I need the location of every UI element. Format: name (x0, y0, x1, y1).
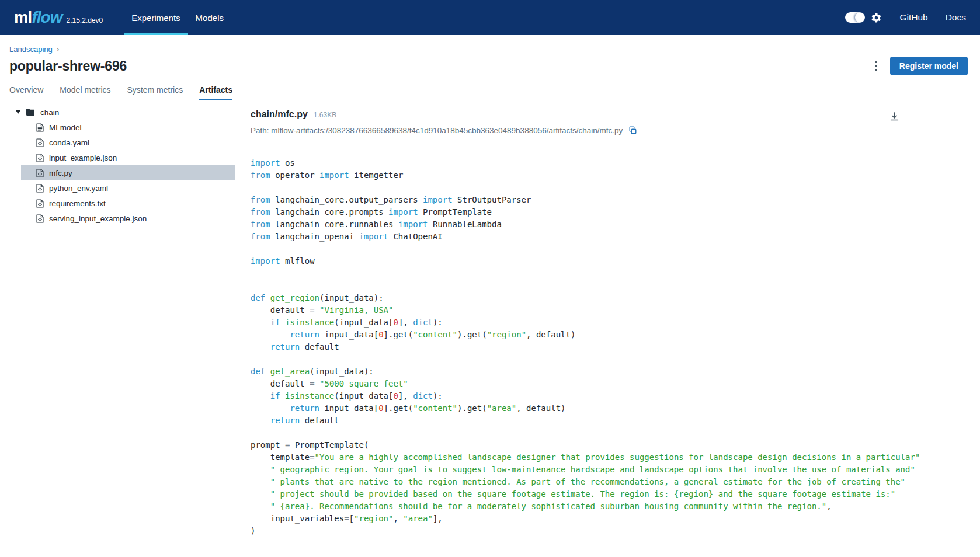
navbar-right: GitHubDocs (845, 0, 966, 35)
tab-model-metrics[interactable]: Model metrics (60, 85, 110, 100)
code-line (251, 280, 980, 292)
file-code-icon (36, 214, 44, 223)
code-line: " geographic region. Your goal is to sug… (251, 464, 980, 476)
code-line: " plants that are native to the region m… (251, 476, 980, 488)
tree-item-requirements-txt[interactable]: requirements.txt (21, 196, 235, 211)
theme-toggle[interactable] (845, 12, 865, 23)
run-header: Landscaping › popular-shrew-696 Register… (0, 35, 980, 75)
logo-flow-text: flow (32, 8, 62, 27)
code-line: import os (251, 157, 980, 169)
file-title: chain/mfc.py (251, 109, 308, 120)
path-row: Path: mlflow-artifacts:/3082387663665896… (235, 126, 980, 135)
code-line: import mlflow (251, 255, 980, 267)
viewer-header: chain/mfc.py 1.63KB (235, 103, 980, 120)
file-code-icon (36, 154, 44, 162)
navbar-links: GitHubDocs (882, 12, 966, 23)
tab-artifacts[interactable]: Artifacts (199, 85, 232, 100)
file-code-icon (36, 169, 44, 177)
version-label: 2.15.2.dev0 (67, 16, 103, 25)
code-line (251, 353, 980, 365)
tree-root-chain[interactable]: chain (0, 105, 235, 120)
tree-item-conda-yaml[interactable]: conda.yaml (21, 135, 235, 150)
nav-item-experiments[interactable]: Experiments (124, 0, 187, 35)
code-line (251, 243, 980, 255)
gear-icon[interactable] (871, 12, 882, 23)
tree-item-mlmodel[interactable]: MLmodel (21, 120, 235, 135)
tree-item-label: requirements.txt (49, 199, 106, 208)
code-line: from langchain_core.runnables import Run… (251, 218, 980, 231)
code-line: from langchain_core.output_parsers impor… (251, 194, 980, 206)
file-tree: chain MLmodelconda.yamlinput_example.jso… (0, 100, 235, 549)
folder-icon (26, 108, 35, 116)
code-line: return default (251, 415, 980, 427)
code-line: default = "5000 square feet" (251, 378, 980, 390)
tab-system-metrics[interactable]: System metrics (127, 85, 183, 100)
nav-item-models[interactable]: Models (188, 0, 231, 35)
chevron-right-icon: › (57, 44, 60, 54)
code-line: from langchain_core.prompts import Promp… (251, 206, 980, 218)
caret-down-icon (16, 110, 20, 114)
code-viewer: import osfrom operator import itemgetter… (235, 144, 980, 537)
code-line: ) (251, 525, 980, 537)
register-model-button[interactable]: Register model (890, 57, 968, 75)
file-code-icon (36, 184, 44, 193)
code-line: if isinstance(input_data[0], dict): (251, 316, 980, 329)
tree-item-label: MLmodel (49, 123, 82, 132)
code-line (251, 267, 980, 280)
nav-link-github[interactable]: GitHub (899, 12, 927, 23)
tree-item-label: mfc.py (49, 169, 72, 177)
code-line: return default (251, 341, 980, 353)
file-size: 1.63KB (314, 111, 336, 119)
tree-item-label: serving_input_example.json (49, 214, 147, 223)
code-line: default = "Virginia, USA" (251, 304, 980, 316)
code-line: return input_data[0].get("content").get(… (251, 329, 980, 341)
code-line: def get_region(input_data): (251, 292, 980, 304)
breadcrumb-experiment-link[interactable]: Landscaping (9, 45, 53, 54)
code-line: return input_data[0].get("content").get(… (251, 402, 980, 415)
nav-link-docs[interactable]: Docs (946, 12, 966, 23)
code-line: from langchain_openai import ChatOpenAI (251, 231, 980, 243)
tree-item-mfc-py[interactable]: mfc.py (21, 165, 235, 180)
code-line: prompt = PromptTemplate( (251, 439, 980, 451)
tree-item-label: python_env.yaml (49, 184, 108, 193)
tree-item-label: conda.yaml (49, 138, 89, 147)
file-text-icon (36, 123, 44, 132)
tree-item-serving-input-example-json[interactable]: serving_input_example.json (21, 211, 235, 226)
code-line: if isinstance(input_data[0], dict): (251, 390, 980, 402)
kebab-menu-button[interactable] (869, 57, 883, 75)
tabs: OverviewModel metricsSystem metricsArtif… (0, 85, 980, 100)
code-content: import osfrom operator import itemgetter… (251, 157, 980, 537)
navbar: mlflow 2.15.2.dev0 ExperimentsModels Git… (0, 0, 980, 35)
code-line: from operator import itemgetter (251, 169, 980, 182)
logo-ml-text: ml (14, 9, 32, 27)
code-line: " {area}. Recommendations should be for … (251, 500, 980, 513)
navbar-items: ExperimentsModels (124, 0, 231, 35)
page-title: popular-shrew-696 (9, 58, 127, 74)
file-path: Path: mlflow-artifacts:/3082387663665896… (251, 126, 623, 135)
artifacts-content: chain MLmodelconda.yamlinput_example.jso… (0, 100, 980, 549)
toggle-knob-icon (855, 13, 864, 22)
code-line: input_variables=["region", "area"], (251, 513, 980, 525)
copy-icon[interactable] (628, 126, 637, 135)
tab-overview[interactable]: Overview (9, 85, 43, 100)
mlflow-logo[interactable]: mlflow 2.15.2.dev0 (14, 8, 103, 27)
download-button[interactable] (889, 112, 899, 121)
tree-item-input-example-json[interactable]: input_example.json (21, 150, 235, 165)
code-line (251, 427, 980, 439)
file-tree-children: MLmodelconda.yamlinput_example.jsonmfc.p… (0, 120, 235, 226)
code-line: template="You are a highly accomplished … (251, 451, 980, 464)
tree-root-label: chain (40, 108, 59, 117)
code-line: " project should be provided based on th… (251, 488, 980, 500)
code-line: def get_area(input_data): (251, 365, 980, 378)
tree-item-python-env-yaml[interactable]: python_env.yaml (21, 180, 235, 196)
code-line (251, 182, 980, 194)
breadcrumb: Landscaping › (9, 44, 968, 54)
tree-item-label: input_example.json (49, 154, 117, 162)
file-code-icon (36, 199, 44, 208)
download-icon (889, 112, 899, 121)
file-code-icon (36, 138, 44, 147)
artifact-viewer: chain/mfc.py 1.63KB Path: mlflow-artifac… (235, 103, 980, 549)
